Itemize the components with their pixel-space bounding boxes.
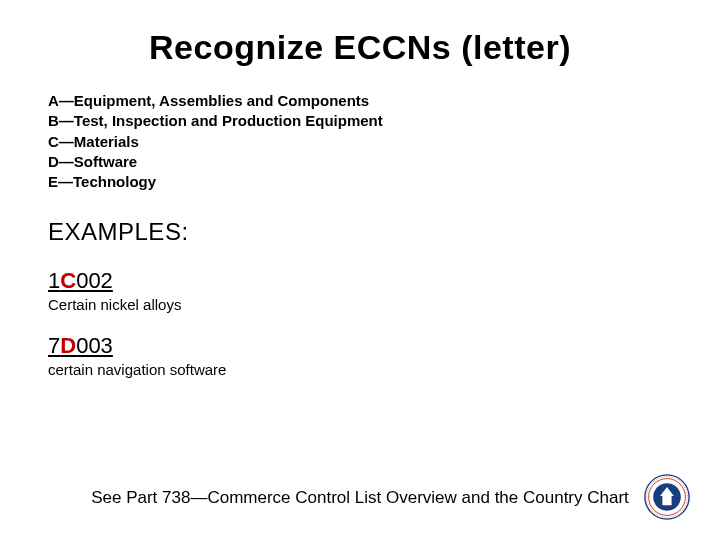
example-block: 1C002 Certain nickel alloys: [48, 268, 672, 313]
definition-item: E—Technology: [48, 172, 672, 192]
eccn-letter: C: [60, 268, 76, 293]
example-description: certain navigation software: [48, 361, 672, 378]
example-block: 7D003 certain navigation software: [48, 333, 672, 378]
examples-heading: EXAMPLES:: [48, 218, 672, 246]
definition-list: A—Equipment, Assemblies and Components B…: [48, 91, 672, 192]
definition-item: A—Equipment, Assemblies and Components: [48, 91, 672, 111]
eccn-code: 7D003: [48, 333, 113, 359]
commerce-seal-icon: [644, 474, 690, 520]
footer-note: See Part 738—Commerce Control List Overv…: [0, 488, 720, 508]
eccn-prefix: 1: [48, 268, 60, 293]
example-description: Certain nickel alloys: [48, 296, 672, 313]
definition-item: B—Test, Inspection and Production Equipm…: [48, 111, 672, 131]
definition-item: D—Software: [48, 152, 672, 172]
eccn-letter: D: [60, 333, 76, 358]
eccn-suffix: 003: [76, 333, 113, 358]
eccn-prefix: 7: [48, 333, 60, 358]
eccn-suffix: 002: [76, 268, 113, 293]
definition-item: C—Materials: [48, 132, 672, 152]
eccn-code: 1C002: [48, 268, 113, 294]
slide-title: Recognize ECCNs (letter): [48, 28, 672, 67]
slide: Recognize ECCNs (letter) A—Equipment, As…: [0, 0, 720, 540]
